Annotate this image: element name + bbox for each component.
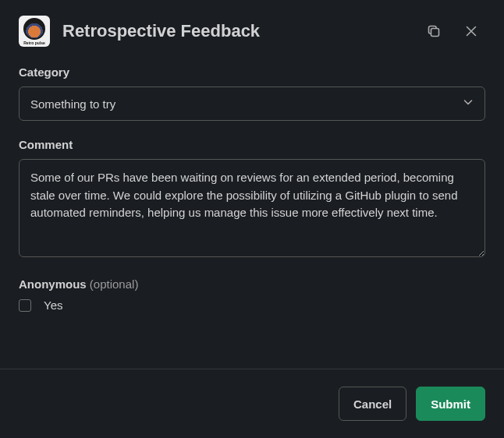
app-icon-label: Retro pulse — [23, 41, 45, 45]
anonymous-label: Anonymous (optional) — [19, 277, 485, 291]
comment-label: Comment — [19, 138, 485, 151]
modal-header: Retro pulse Retrospective Feedback — [0, 0, 504, 59]
category-field: Category Something to try — [19, 65, 485, 121]
modal-title: Retrospective Feedback — [62, 21, 407, 41]
anonymous-field: Anonymous (optional) Yes — [19, 277, 485, 312]
close-icon — [463, 23, 479, 39]
category-select[interactable]: Something to try — [19, 87, 485, 121]
copy-icon — [426, 23, 442, 39]
category-select-value: Something to try — [30, 97, 115, 111]
anonymous-checkbox[interactable] — [19, 299, 31, 312]
anonymous-optional: (optional) — [90, 277, 139, 291]
modal-body: Category Something to try Comment Anonym… — [0, 59, 504, 369]
header-actions — [420, 17, 485, 45]
comment-textarea[interactable] — [19, 159, 485, 257]
submit-button[interactable]: Submit — [416, 387, 485, 421]
modal-footer: Cancel Submit — [0, 369, 504, 438]
cancel-button[interactable]: Cancel — [339, 387, 406, 421]
copy-button[interactable] — [420, 17, 448, 45]
close-button[interactable] — [457, 17, 485, 45]
modal-container: Retro pulse Retrospective Feedback Categ… — [0, 0, 504, 438]
category-label: Category — [19, 65, 485, 79]
anonymous-option-row[interactable]: Yes — [19, 298, 485, 312]
svg-rect-0 — [431, 29, 439, 37]
category-select-wrap: Something to try — [19, 87, 485, 121]
anonymous-label-text: Anonymous — [19, 277, 87, 291]
app-icon: Retro pulse — [19, 16, 50, 47]
comment-field: Comment — [19, 138, 485, 260]
retro-pulse-icon — [23, 18, 45, 40]
anonymous-option-label: Yes — [44, 298, 62, 312]
